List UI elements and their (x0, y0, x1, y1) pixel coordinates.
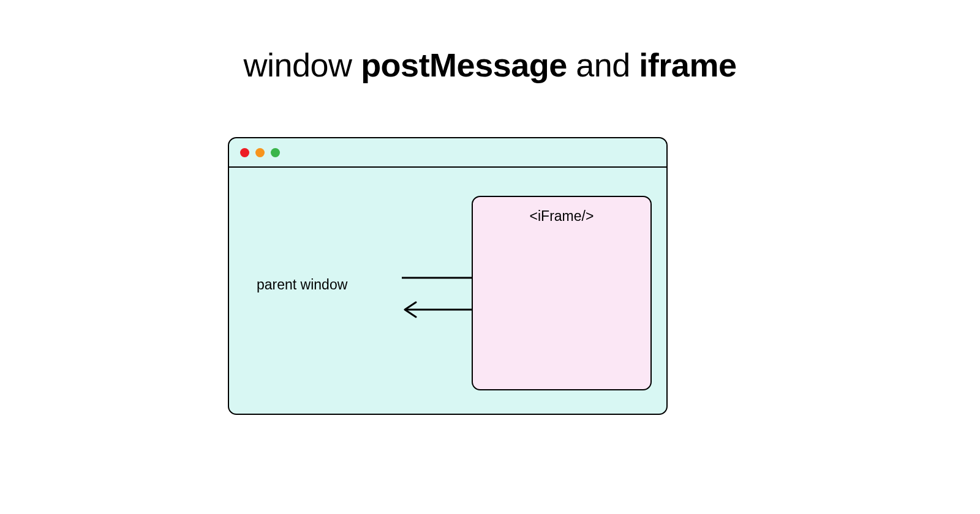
title-part-and: and (567, 47, 639, 83)
window-titlebar (229, 138, 666, 168)
parent-window-label: parent window (257, 277, 347, 293)
title-part-postmessage: postMessage (361, 47, 567, 83)
traffic-light-minimize-icon (255, 148, 265, 157)
diagram-title: window postMessage and iframe (0, 46, 980, 84)
iframe-label: <iFrame/> (473, 208, 650, 225)
parent-window-box: parent window <iFrame/> (228, 137, 668, 415)
traffic-light-maximize-icon (271, 148, 280, 157)
title-part-window: window (244, 47, 361, 83)
traffic-light-close-icon (240, 148, 249, 157)
iframe-box: <iFrame/> (472, 196, 652, 390)
title-part-iframe: iframe (639, 47, 736, 83)
